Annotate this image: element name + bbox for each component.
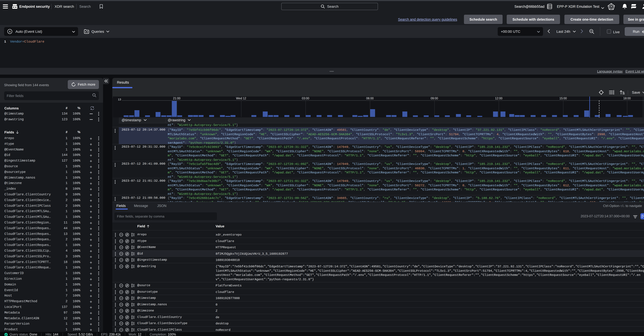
svg-text:A: A: [9, 30, 11, 33]
